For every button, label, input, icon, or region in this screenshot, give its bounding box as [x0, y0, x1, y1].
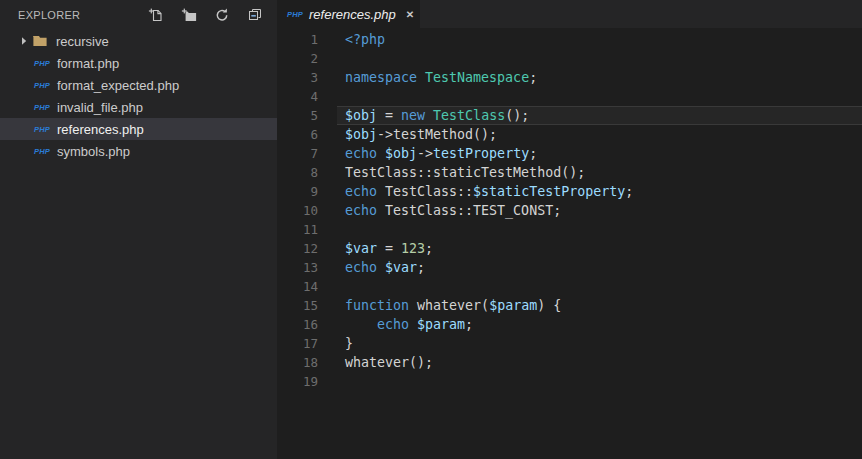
file-row-format-expected-php[interactable]: PHPformat_expected.php — [0, 74, 277, 96]
code-line-9[interactable]: 9echo TestClass::$staticTestProperty; — [277, 182, 862, 201]
code-line-11[interactable]: 11 — [277, 220, 862, 239]
code-line-text: echo TestClass::TEST_CONST; — [345, 201, 561, 220]
code-line-15[interactable]: 15function whatever($param) { — [277, 296, 862, 315]
line-number[interactable]: 4 — [277, 87, 318, 106]
line-number[interactable]: 12 — [277, 239, 318, 258]
line-number[interactable]: 19 — [277, 372, 318, 391]
explorer-title: EXPLORER — [18, 9, 80, 21]
code-line-text: echo $param; — [345, 315, 473, 334]
explorer-sidebar: EXPLORER recursivePHPformat.phpPHPformat… — [0, 0, 277, 459]
php-file-icon: PHP — [287, 10, 303, 19]
line-number[interactable]: 3 — [277, 68, 318, 87]
file-label: symbols.php — [57, 144, 130, 159]
code-line-text: whatever(); — [345, 353, 433, 372]
tab-bar: PHP references.php ✕ — [277, 0, 862, 28]
editor-area: PHP references.php ✕ 1<?php23namespace T… — [277, 0, 862, 459]
line-number[interactable]: 17 — [277, 334, 318, 353]
php-file-icon: PHP — [34, 103, 52, 112]
line-number[interactable]: 8 — [277, 163, 318, 182]
code-line-10[interactable]: 10echo TestClass::TEST_CONST; — [277, 201, 862, 220]
code-line-18[interactable]: 18whatever(); — [277, 353, 862, 372]
line-number[interactable]: 7 — [277, 144, 318, 163]
code-line-text: namespace TestNamespace; — [345, 68, 537, 87]
line-number[interactable]: 13 — [277, 258, 318, 277]
file-label: invalid_file.php — [57, 100, 143, 115]
code-line-text: function whatever($param) { — [345, 296, 561, 315]
tab-close-icon[interactable]: ✕ — [406, 9, 414, 20]
file-row-invalid-file-php[interactable]: PHPinvalid_file.php — [0, 96, 277, 118]
code-line-5[interactable]: 5$obj = new TestClass(); — [277, 106, 862, 125]
php-file-icon: PHP — [34, 81, 52, 90]
code-line-text: echo $var; — [345, 258, 425, 277]
php-file-icon: PHP — [34, 59, 52, 68]
code-line-text: $obj = new TestClass(); — [345, 106, 529, 125]
folder-icon — [32, 33, 48, 49]
code-line-8[interactable]: 8TestClass::staticTestMethod(); — [277, 163, 862, 182]
file-label: recursive — [56, 34, 109, 49]
code-line-7[interactable]: 7echo $obj->testProperty; — [277, 144, 862, 163]
file-label: format.php — [57, 56, 119, 71]
line-number[interactable]: 10 — [277, 201, 318, 220]
line-number[interactable]: 18 — [277, 353, 318, 372]
code-line-3[interactable]: 3namespace TestNamespace; — [277, 68, 862, 87]
explorer-actions — [148, 7, 263, 23]
line-number[interactable]: 14 — [277, 277, 318, 296]
new-file-icon[interactable] — [148, 7, 164, 23]
code-line-2[interactable]: 2 — [277, 49, 862, 68]
file-tree: recursivePHPformat.phpPHPformat_expected… — [0, 30, 277, 162]
new-folder-icon[interactable] — [181, 7, 197, 23]
code-line-6[interactable]: 6$obj->testMethod(); — [277, 125, 862, 144]
tab-title: references.php — [309, 7, 396, 22]
code-line-4[interactable]: 4 — [277, 87, 862, 106]
code-line-text: } — [345, 334, 353, 353]
vscode-window: EXPLORER recursivePHPformat.phpPHPformat… — [0, 0, 862, 459]
code-line-13[interactable]: 13echo $var; — [277, 258, 862, 277]
code-line-text: echo TestClass::$staticTestProperty; — [345, 182, 633, 201]
line-number[interactable]: 15 — [277, 296, 318, 315]
line-number[interactable]: 5 — [277, 106, 318, 125]
chevron-right-icon[interactable] — [18, 33, 32, 49]
code-line-text: <?php — [345, 30, 385, 49]
file-row-references-php[interactable]: PHPreferences.php — [0, 118, 277, 140]
file-row-symbols-php[interactable]: PHPsymbols.php — [0, 140, 277, 162]
explorer-header: EXPLORER — [0, 0, 277, 29]
php-file-icon: PHP — [34, 147, 52, 156]
refresh-icon[interactable] — [214, 7, 230, 23]
line-number[interactable]: 16 — [277, 315, 318, 334]
collapse-all-icon[interactable] — [247, 7, 263, 23]
tab-references-php[interactable]: PHP references.php ✕ — [277, 0, 420, 28]
line-number[interactable]: 11 — [277, 220, 318, 239]
line-number[interactable]: 2 — [277, 49, 318, 68]
file-row-recursive[interactable]: recursive — [0, 30, 277, 52]
line-number[interactable]: 6 — [277, 125, 318, 144]
code-line-text: echo $obj->testProperty; — [345, 144, 537, 163]
code-line-text: $obj->testMethod(); — [345, 125, 497, 144]
line-number[interactable]: 1 — [277, 30, 318, 49]
code-line-text: $var = 123; — [345, 239, 433, 258]
file-label: references.php — [57, 122, 144, 137]
file-label: format_expected.php — [57, 78, 179, 93]
code-line-17[interactable]: 17} — [277, 334, 862, 353]
php-file-icon: PHP — [34, 125, 52, 134]
file-row-format-php[interactable]: PHPformat.php — [0, 52, 277, 74]
line-number[interactable]: 9 — [277, 182, 318, 201]
code-line-12[interactable]: 12$var = 123; — [277, 239, 862, 258]
code-editor[interactable]: 1<?php23namespace TestNamespace;45$obj =… — [277, 28, 862, 391]
code-line-16[interactable]: 16 echo $param; — [277, 315, 862, 334]
code-line-1[interactable]: 1<?php — [277, 30, 862, 49]
code-line-19[interactable]: 19 — [277, 372, 862, 391]
code-line-text: TestClass::staticTestMethod(); — [345, 163, 585, 182]
code-line-14[interactable]: 14 — [277, 277, 862, 296]
